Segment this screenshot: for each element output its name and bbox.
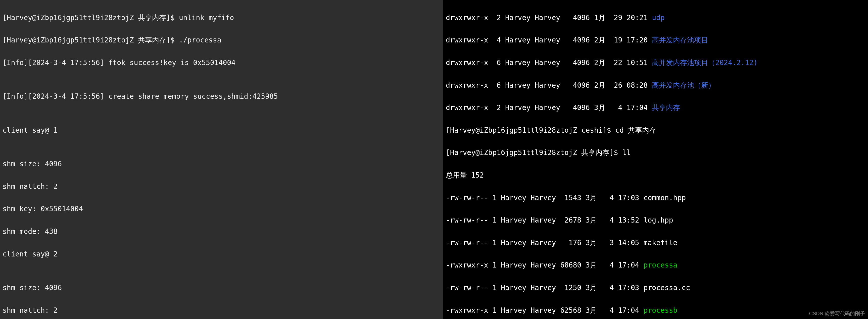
ls-entry: -rw-rw-r-- 1 Harvey Harvey 176 3月 3 14:0… bbox=[446, 237, 866, 249]
terminal-line: client say@ 1 bbox=[2, 125, 441, 136]
terminal-line: [Info][2024-3-4 17:5:56] create share me… bbox=[2, 91, 441, 102]
ls-entry: drwxrwxr-x 6 Harvey Harvey 4096 2月 26 08… bbox=[446, 80, 866, 91]
terminal-line: shm nattch: 2 bbox=[2, 305, 441, 316]
terminal-line: shm size: 4096 bbox=[2, 282, 441, 294]
terminal-line: shm nattch: 2 bbox=[2, 181, 441, 192]
terminal-line: [Harvey@iZbp16jgp51ttl9i28ztojZ 共享内存]$ .… bbox=[2, 35, 441, 46]
terminal-line: 总用量 152 bbox=[446, 170, 866, 181]
ls-entry: drwxrwxr-x 2 Harvey Harvey 4096 1月 29 20… bbox=[446, 12, 866, 24]
watermark-text: CSDN @爱写代码的刚子 bbox=[809, 310, 865, 318]
terminal-line: [Harvey@iZbp16jgp51ttl9i28ztojZ 共享内存]$ l… bbox=[446, 147, 866, 159]
ls-entry: -rwxrwxr-x 1 Harvey Harvey 62568 3月 4 17… bbox=[446, 305, 866, 316]
directory-name: 高并发内存池项目（2024.2.12) bbox=[652, 59, 758, 67]
ls-entry: -rw-rw-r-- 1 Harvey Harvey 1543 3月 4 17:… bbox=[446, 192, 866, 204]
terminal-line: [Harvey@iZbp16jgp51ttl9i28ztojZ 共享内存]$ u… bbox=[2, 12, 441, 24]
terminal-line: client say@ 2 bbox=[2, 249, 441, 260]
ls-entry: -rw-rw-r-- 1 Harvey Harvey 1250 3月 4 17:… bbox=[446, 282, 866, 294]
terminal-left-pane[interactable]: [Harvey@iZbp16jgp51ttl9i28ztojZ 共享内存]$ u… bbox=[0, 0, 443, 319]
directory-name: 高并发内存池项目 bbox=[652, 36, 708, 44]
ls-entry: drwxrwxr-x 4 Harvey Harvey 4096 2月 19 17… bbox=[446, 35, 866, 46]
executable-name: processb bbox=[644, 306, 678, 315]
terminal-line: shm mode: 438 bbox=[2, 226, 441, 237]
terminal-line: shm size: 4096 bbox=[2, 159, 441, 170]
terminal-line: [Harvey@iZbp16jgp51ttl9i28ztojZ ceshi]$ … bbox=[446, 125, 866, 136]
directory-name: udp bbox=[652, 13, 665, 22]
ls-entry: drwxrwxr-x 2 Harvey Harvey 4096 3月 4 17:… bbox=[446, 102, 866, 114]
ls-entry: -rwxrwxr-x 1 Harvey Harvey 68680 3月 4 17… bbox=[446, 260, 866, 271]
ls-entry: drwxrwxr-x 6 Harvey Harvey 4096 2月 22 10… bbox=[446, 57, 866, 69]
terminal-line: shm key: 0x55014004 bbox=[2, 203, 441, 215]
executable-name: processa bbox=[644, 261, 678, 269]
terminal-line: [Info][2024-3-4 17:5:56] ftok success!ke… bbox=[2, 57, 441, 69]
terminal-right-pane[interactable]: drwxrwxr-x 2 Harvey Harvey 4096 1月 29 20… bbox=[443, 0, 868, 319]
ls-entry: -rw-rw-r-- 1 Harvey Harvey 2678 3月 4 13:… bbox=[446, 215, 866, 226]
directory-name: 共享内存 bbox=[652, 103, 680, 112]
directory-name: 高并发内存池（新） bbox=[652, 81, 715, 89]
